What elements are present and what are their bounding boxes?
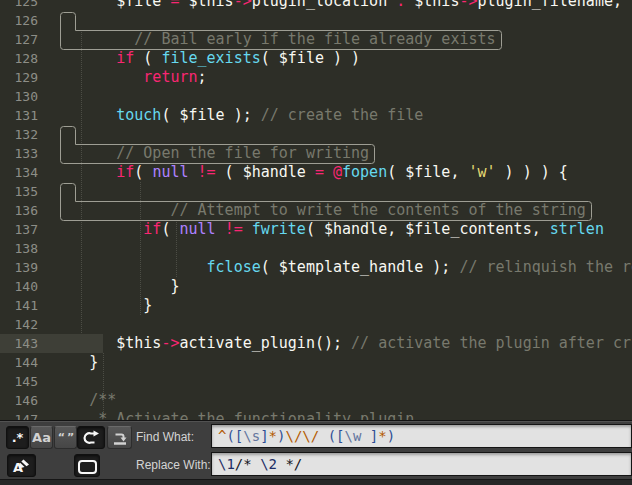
highlight-matches-icon: A [12,458,31,474]
line-number: 132 [0,125,38,144]
case-sensitive-icon: Aa [31,427,52,448]
replace-with-label: Replace With: [136,453,211,477]
line-number: 134 [0,163,38,182]
line-number: 139 [0,258,38,277]
regex-toggle-button[interactable]: .* [6,426,29,449]
line-number: 143 [0,334,38,353]
code-line: 140 } [0,277,632,296]
line-number: 137 [0,220,38,239]
line-number: 131 [0,106,38,125]
code-line: 135 [0,182,632,201]
whole-word-button[interactable]: “ ” [54,426,77,449]
whole-word-icon: “ ” [55,427,76,448]
code-line: 145 [0,372,632,391]
code-line: 133 // Open the file for writing [0,144,632,163]
code-line: 147 * Activate the functionality plugin [0,410,632,420]
in-selection-icon [112,430,128,446]
line-number: 145 [0,372,38,391]
line-number: 146 [0,391,38,410]
panel-bottom-edge [0,479,632,485]
preserve-case-button[interactable] [74,454,100,477]
line-number: 125 [0,0,38,11]
code-line: 132 [0,125,632,144]
wrap-search-button[interactable] [77,426,105,449]
line-number: 140 [0,277,38,296]
line-number: 129 [0,68,38,87]
code-editor[interactable]: 125 $file = $this->plugin_location . $th… [0,0,632,420]
preserve-case-icon [78,460,97,474]
line-number: 142 [0,315,38,334]
line-number: 130 [0,87,38,106]
regex-icon: .* [7,427,28,448]
line-number: 141 [0,296,38,315]
code-line: 141 } [0,296,632,315]
line-number: 133 [0,144,38,163]
wrap-icon [83,430,100,446]
code-line: 127 // Bail early if the file already ex… [0,30,632,49]
find-what-label: Find What: [136,425,194,449]
line-number: 126 [0,11,38,30]
line-number: 147 [0,410,38,420]
case-sensitive-button[interactable]: Aa [30,426,53,449]
code-line: 128 if ( file_exists( $file ) ) [0,49,632,68]
line-number: 128 [0,49,38,68]
line-number: 136 [0,201,38,220]
code-line: 138 [0,239,632,258]
code-line: 139 fclose( $template_handle ); // relin… [0,258,632,277]
line-number: 127 [0,30,38,49]
code-line: 143 $this->activate_plugin(); // activat… [0,334,632,353]
code-line: 125 $file = $this->plugin_location . $th… [0,0,632,11]
replace-with-input[interactable]: \1/* \2 */ [211,452,632,476]
code-line: 130 [0,87,632,106]
line-number: 144 [0,353,38,372]
code-line: 142 [0,315,632,334]
in-selection-button[interactable] [107,426,132,449]
code-line: 144 } [0,353,632,372]
editor-window: 125 $file = $this->plugin_location . $th… [0,0,632,485]
line-number: 135 [0,182,38,201]
find-what-input[interactable]: ^([\s]*)\/\/ ([\w ]*) [211,424,632,448]
code-line: 131 touch( $file ); // create the file [0,106,632,125]
code-line: 137 if( null != fwrite( $handle, $file_c… [0,220,632,239]
code-line: 126 [0,11,632,30]
highlight-matches-button[interactable]: A [7,454,36,477]
line-number: 138 [0,239,38,258]
code-line: 134 if( null != ( $handle = @fopen( $fil… [0,163,632,182]
code-line: 136 // Attempt to write the contents of … [0,201,632,220]
code-line: 146 /** [0,391,632,410]
find-replace-panel: .* Aa “ ” A [0,420,632,479]
code-line: 129 return; [0,68,632,87]
code-lines: 125 $file = $this->plugin_location . $th… [0,0,632,420]
